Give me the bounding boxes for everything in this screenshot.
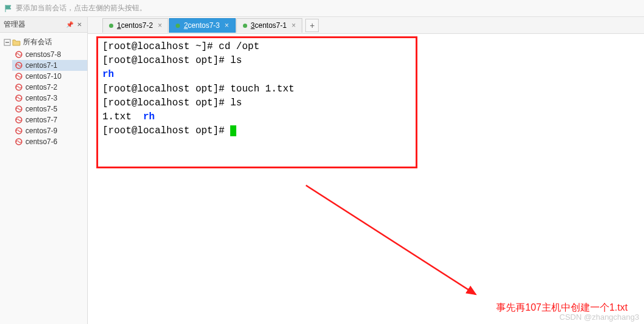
flag-icon [5, 5, 12, 12]
session-item[interactable]: censtos7-8 [12, 49, 87, 60]
session-label: centos7-2 [25, 83, 58, 91]
session-icon [15, 50, 23, 59]
tab-number: 1 [117, 21, 121, 30]
session-label: centos7-7 [25, 116, 58, 124]
session-sidebar: 管理器 📌 ✕ 所有会话 censtos7-8centos7-1centos7-… [0, 17, 88, 324]
status-dot-icon [243, 24, 247, 28]
session-icon [15, 116, 23, 124]
session-label: centos7-10 [25, 72, 61, 81]
tab-label: centos7-2 [121, 21, 153, 30]
session-item[interactable]: centos7-7 [12, 114, 87, 125]
session-label: censtos7-8 [25, 50, 61, 59]
session-tree: 所有会话 censtos7-8centos7-1centos7-10centos… [0, 33, 87, 150]
session-item[interactable]: centos7-5 [12, 104, 87, 114]
tab[interactable]: 3 centos7-1× [236, 18, 302, 33]
session-item[interactable]: centso7-6 [12, 136, 87, 147]
session-item[interactable]: centos7-2 [12, 82, 87, 93]
session-label: centos7-9 [25, 127, 58, 135]
close-tab-icon[interactable]: × [158, 21, 162, 30]
session-label: centos7-1 [25, 61, 58, 70]
svg-line-12 [306, 185, 476, 294]
session-icon [15, 83, 23, 91]
tab[interactable]: 2 centos7-3× [169, 18, 235, 33]
annotation-arrow [294, 173, 488, 306]
hint-bar: 要添加当前会话，点击左侧的箭头按钮。 [0, 0, 644, 17]
close-sidebar-icon[interactable]: ✕ [75, 21, 84, 29]
session-label: centos7-3 [25, 94, 58, 102]
session-item[interactable]: centos7-10 [12, 71, 87, 82]
add-tab-button[interactable]: + [305, 19, 319, 32]
terminal-output[interactable]: [root@localhost ~]# cd /opt[root@localho… [102, 40, 294, 138]
tab-number: 3 [251, 21, 255, 30]
tab[interactable]: 1 centos7-2× [102, 18, 168, 33]
sidebar-header: 管理器 📌 ✕ [0, 17, 87, 33]
tab-label: centos7-3 [188, 21, 220, 30]
session-icon [15, 72, 23, 81]
status-dot-icon [109, 24, 113, 28]
tab-label: centos7-1 [255, 21, 287, 30]
session-icon [15, 105, 23, 113]
session-icon [15, 127, 23, 135]
cursor-icon [230, 125, 236, 136]
session-item[interactable]: centos7-9 [12, 125, 87, 136]
session-item[interactable]: centos7-3 [12, 93, 87, 104]
tab-number: 2 [184, 21, 188, 30]
close-tab-icon[interactable]: × [225, 21, 229, 30]
hint-text: 要添加当前会话，点击左侧的箭头按钮。 [16, 3, 147, 13]
tree-root[interactable]: 所有会话 [0, 35, 87, 49]
tab-bar: 1 centos7-2×2 centos7-3×3 centos7-1× + [88, 17, 644, 34]
status-dot-icon [176, 24, 180, 28]
close-tab-icon[interactable]: × [291, 21, 296, 30]
session-icon [15, 137, 23, 146]
session-label: centso7-6 [25, 137, 58, 146]
folder-icon [12, 38, 21, 47]
pin-icon[interactable]: 📌 [65, 21, 74, 29]
sidebar-title: 管理器 [4, 19, 25, 30]
collapse-icon[interactable] [4, 39, 11, 46]
session-icon [15, 61, 23, 70]
session-item[interactable]: centos7-1 [12, 60, 87, 71]
session-label: centos7-5 [25, 105, 58, 113]
session-icon [15, 94, 23, 102]
tree-root-label: 所有会话 [23, 37, 52, 47]
watermark: CSDN @zhangchang3 [559, 312, 639, 322]
content-area: 1 centos7-2×2 centos7-3×3 centos7-1× + [… [88, 17, 644, 324]
